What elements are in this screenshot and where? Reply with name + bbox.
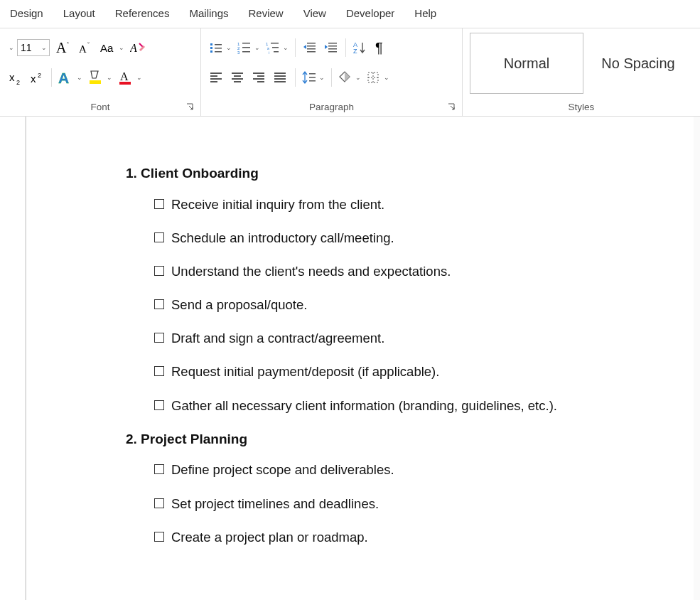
checklist-text: Request initial payment/deposit (if appl… <box>171 363 439 380</box>
svg-rect-17 <box>210 50 212 53</box>
document-page[interactable]: 1. Client Onboarding Receive initial inq… <box>26 117 694 600</box>
svg-rect-26 <box>242 51 250 53</box>
decrease-indent-icon <box>303 41 317 54</box>
justify-button[interactable] <box>271 67 291 88</box>
tab-view[interactable]: View <box>294 3 336 23</box>
checkbox-icon[interactable] <box>154 266 164 276</box>
increase-indent-icon <box>324 41 338 54</box>
style-label: Normal <box>504 55 549 72</box>
checkbox-icon[interactable] <box>154 366 164 376</box>
font-color-button[interactable]: A ⌄ <box>116 67 144 88</box>
svg-marker-37 <box>303 45 306 49</box>
tab-mailings[interactable]: Mailings <box>179 3 238 23</box>
show-marks-button[interactable]: ¶ <box>372 37 392 58</box>
tab-references[interactable]: References <box>105 3 180 23</box>
checkbox-icon[interactable] <box>154 199 164 209</box>
numbering-caret[interactable]: ⌄ <box>253 44 262 51</box>
svg-text:2: 2 <box>16 79 20 85</box>
svg-rect-58 <box>274 73 286 74</box>
bullets-button[interactable]: ⌄ <box>207 37 234 58</box>
borders-icon <box>367 71 381 84</box>
multilevel-caret[interactable]: ⌄ <box>281 44 290 51</box>
vertical-ruler <box>0 117 26 600</box>
text-effects-caret[interactable]: ⌄ <box>75 74 84 81</box>
text-effects-button[interactable]: A ⌄ <box>56 67 85 88</box>
svg-rect-46 <box>210 73 222 74</box>
tab-help[interactable]: Help <box>404 3 446 23</box>
change-case-caret[interactable]: ⌄ <box>117 44 126 51</box>
font-size-combo[interactable]: ⌄ <box>17 39 50 56</box>
shading-caret[interactable]: ⌄ <box>354 74 362 81</box>
highlight-caret[interactable]: ⌄ <box>105 74 114 81</box>
svg-text:A: A <box>56 40 67 55</box>
checklist-text: Send a proposal/quote. <box>171 296 307 313</box>
change-case-icon: Aa <box>100 41 116 55</box>
svg-rect-32 <box>274 51 279 53</box>
paragraph-dialog-launcher[interactable] <box>446 102 458 113</box>
svg-rect-36 <box>307 51 316 53</box>
checklist-item: Understand the client's needs and expect… <box>154 263 694 279</box>
checkbox-icon[interactable] <box>154 464 164 474</box>
checkbox-icon[interactable] <box>154 532 164 542</box>
style-normal[interactable]: Normal <box>470 33 583 94</box>
numbering-button[interactable]: 123 ⌄ <box>235 37 262 58</box>
clear-formatting-button[interactable]: A <box>128 37 148 58</box>
align-right-icon <box>252 71 266 84</box>
sort-icon: AZ <box>353 41 367 55</box>
font-dialog-launcher[interactable] <box>185 102 196 113</box>
superscript-button[interactable]: x2 <box>27 67 47 88</box>
sort-button[interactable]: AZ <box>350 37 370 58</box>
bullets-caret[interactable]: ⌄ <box>225 44 233 51</box>
shading-button[interactable]: ⌄ <box>336 67 363 88</box>
tab-review[interactable]: Review <box>239 3 294 23</box>
justify-icon <box>274 71 288 84</box>
borders-caret[interactable]: ⌄ <box>382 74 391 81</box>
align-right-button[interactable] <box>249 67 269 88</box>
align-center-button[interactable] <box>228 67 248 88</box>
svg-rect-33 <box>307 43 316 44</box>
svg-rect-31 <box>272 47 279 48</box>
group-font: ⌄ ⌄ Aˆ Aˇ Aa ⌄ A <box>0 28 201 116</box>
svg-text:x: x <box>31 73 36 85</box>
svg-rect-38 <box>328 43 337 44</box>
checkbox-icon[interactable] <box>154 333 164 343</box>
grow-font-button[interactable]: Aˆ <box>54 37 75 58</box>
increase-indent-button[interactable] <box>321 37 341 58</box>
change-case-button[interactable]: Aa ⌄ <box>98 37 126 58</box>
separator <box>295 68 296 87</box>
highlight-button[interactable]: ⌄ <box>86 67 114 88</box>
style-no-spacing[interactable]: No Spacing <box>585 33 691 94</box>
tab-design[interactable]: Design <box>0 3 53 23</box>
svg-text:Z: Z <box>353 48 357 55</box>
checklist-text: Define project scope and deliverables. <box>171 461 394 478</box>
checkbox-icon[interactable] <box>154 299 164 309</box>
document-area: 1. Client Onboarding Receive initial inq… <box>0 117 700 600</box>
borders-button[interactable]: ⌄ <box>365 67 392 88</box>
multilevel-list-button[interactable]: 1ai ⌄ <box>264 37 291 58</box>
tab-developer[interactable]: Developer <box>336 3 404 23</box>
align-left-button[interactable] <box>207 67 227 88</box>
svg-rect-25 <box>242 47 250 48</box>
svg-rect-34 <box>307 45 316 47</box>
checkbox-icon[interactable] <box>154 498 164 508</box>
svg-rect-18 <box>215 44 222 45</box>
checkbox-icon[interactable] <box>154 400 164 410</box>
subscript-button[interactable]: x2 <box>6 67 26 88</box>
checkbox-icon[interactable] <box>154 232 164 242</box>
svg-text:x: x <box>9 71 15 83</box>
tab-layout[interactable]: Layout <box>53 3 105 23</box>
font-size-caret[interactable]: ⌄ <box>39 40 49 55</box>
decrease-indent-button[interactable] <box>300 37 320 58</box>
font-size-input[interactable] <box>18 40 39 55</box>
font-name-caret[interactable]: ⌄ <box>7 44 16 51</box>
checklist-text: Understand the client's needs and expect… <box>171 263 451 279</box>
line-spacing-caret[interactable]: ⌄ <box>318 74 326 81</box>
svg-rect-57 <box>257 81 264 82</box>
svg-text:A: A <box>120 70 129 82</box>
font-color-caret[interactable]: ⌄ <box>135 74 144 81</box>
svg-rect-48 <box>210 78 222 80</box>
shrink-font-button[interactable]: Aˇ <box>77 37 97 58</box>
pilcrow-icon: ¶ <box>375 41 388 55</box>
svg-rect-51 <box>234 75 241 77</box>
line-spacing-button[interactable]: ⌄ <box>300 67 327 88</box>
